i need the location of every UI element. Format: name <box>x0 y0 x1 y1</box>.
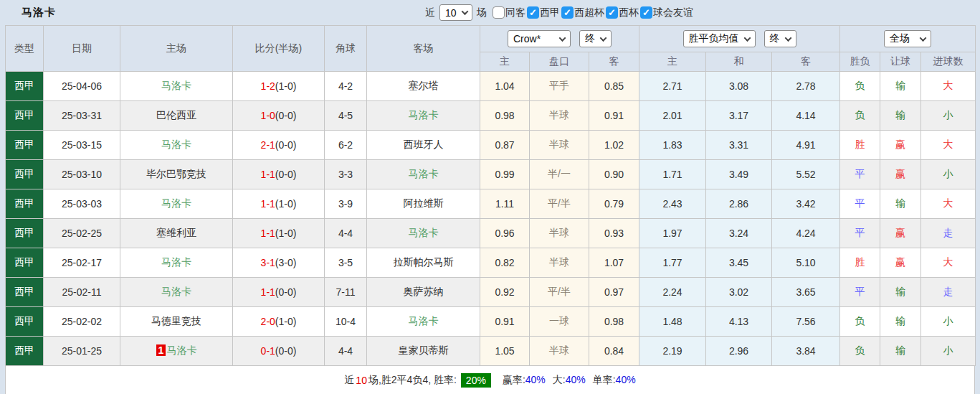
home-team-cell: 马德里竞技 <box>120 307 233 337</box>
summary-footer: 近10场,胜2平4负4, 胜率: 20% 赢率:40%大:40%单率:40% <box>5 366 975 394</box>
avg-draw-odds: 3.08 <box>706 72 772 101</box>
home-team-cell: 塞维利亚 <box>120 219 233 248</box>
rank-badge: 1 <box>156 344 166 356</box>
date-cell: 25-02-11 <box>44 278 120 307</box>
result-cell: 负 <box>840 337 880 366</box>
checkbox-checked-icon[interactable]: ✓ <box>561 6 574 19</box>
handicap-home-odds: 1.11 <box>480 189 530 219</box>
away-team-name: 阿拉维斯 <box>404 197 444 209</box>
handicap-line: 平/半 <box>530 189 589 219</box>
avg-home-odds: 2.19 <box>639 337 706 366</box>
away-team-name: 马洛卡 <box>409 109 439 121</box>
date-cell: 25-03-03 <box>44 189 120 219</box>
sub-header-avg-home: 主 <box>639 52 706 72</box>
match-row: 西甲25-04-06马洛卡1-2(1-0)4-2塞尔塔1.04平手0.852.7… <box>6 72 976 101</box>
over-rate: 大:40% <box>553 374 586 387</box>
league-cell: 西甲 <box>6 337 44 366</box>
fulltime-score: 2-1 <box>261 139 275 151</box>
score-cell: 1-1(0-0) <box>233 278 325 307</box>
handicap-line: 半球 <box>530 101 589 131</box>
league-cell: 西甲 <box>6 219 44 248</box>
col-header-type: 类型 <box>6 26 44 72</box>
scope-select[interactable]: 全场 <box>884 30 931 47</box>
handicap-home-odds: 0.87 <box>480 131 530 160</box>
footer-recent-label: 近 <box>344 374 354 387</box>
fulltime-score: 1-0 <box>261 110 275 121</box>
avg-type-select[interactable]: 胜平负均值 <box>683 30 756 47</box>
goals-result-cell: 大 <box>921 131 976 160</box>
handicap-away-odds: 0.84 <box>589 337 639 366</box>
league-cell: 西甲 <box>6 248 44 278</box>
halftime-score: (3-0) <box>275 257 297 268</box>
home-team-name: 马洛卡 <box>161 197 191 209</box>
checkbox-checked-icon[interactable]: ✓ <box>527 6 539 19</box>
handicap-home-odds: 1.04 <box>480 72 530 101</box>
match-row: 西甲25-03-31巴伦西亚1-0(0-0)4-5马洛卡0.98半球0.912.… <box>6 101 976 131</box>
corners-cell: 4-4 <box>325 337 367 366</box>
checkbox-checked-icon[interactable]: ✓ <box>640 6 652 19</box>
away-team-cell: 皇家贝蒂斯 <box>367 337 480 366</box>
handicap-away-odds: 0.90 <box>589 160 639 189</box>
avg-away-odds: 3.42 <box>772 189 840 219</box>
scope-dropdown-cell: 全场 <box>840 26 976 52</box>
fulltime-score: 1-1 <box>261 228 275 239</box>
avg-draw-odds: 3.31 <box>706 131 772 160</box>
goals-result-cell: 走 <box>921 219 976 248</box>
handicap-away-odds: 0.97 <box>589 278 639 307</box>
handicap-home-odds: 0.92 <box>480 278 530 307</box>
result-cell: 平 <box>840 278 880 307</box>
halftime-score: (1-0) <box>275 228 297 239</box>
home-team-cell: 马洛卡 <box>120 131 233 160</box>
handicap-dropdown-cell: Crow* 终 <box>480 26 639 52</box>
recent-games-select[interactable]: 10 <box>439 4 472 21</box>
score-cell: 3-1(3-0) <box>233 248 325 278</box>
away-team-cell: 西班牙人 <box>367 131 480 160</box>
goals-result-cell: 小 <box>921 337 976 366</box>
avg-type-value: 胜平负均值 <box>689 32 739 45</box>
handicap-result-cell: 输 <box>880 189 921 219</box>
avg-draw-odds: 3.02 <box>706 278 772 307</box>
corners-cell: 4-5 <box>325 101 367 131</box>
avg-away-odds: 7.56 <box>772 307 840 337</box>
checkbox-checked-icon[interactable]: ✓ <box>606 6 618 19</box>
avg-draw-odds: 2.96 <box>706 337 772 366</box>
halftime-score: (0-0) <box>275 286 297 298</box>
filter-league-4: ✓球会友谊 <box>640 6 693 19</box>
bookmaker-time-select[interactable]: 终 <box>579 30 612 47</box>
away-team-name: 马洛卡 <box>409 227 439 238</box>
home-team-name: 马德里竞技 <box>151 315 201 327</box>
home-team-cell: 马洛卡 <box>120 278 233 307</box>
stat-label: 单率: <box>593 374 616 385</box>
avg-away-odds: 5.52 <box>772 160 840 189</box>
checkbox-unchecked-icon[interactable] <box>493 6 505 19</box>
corners-cell: 3-5 <box>325 248 367 278</box>
handicap-result-cell: 赢 <box>880 248 921 278</box>
handicap-result-cell: 赢 <box>880 160 921 189</box>
avg-home-odds: 1.83 <box>639 131 706 160</box>
goals-result-cell: 大 <box>921 72 976 101</box>
league-cell: 西甲 <box>6 307 44 337</box>
away-team-cell: 拉斯帕尔马斯 <box>367 248 480 278</box>
score-cell: 1-1(0-0) <box>233 160 325 189</box>
league-cell: 西甲 <box>6 278 44 307</box>
halftime-score: (0-0) <box>275 110 297 121</box>
score-cell: 1-2(1-0) <box>233 72 325 101</box>
stat-value: 40% <box>566 374 586 385</box>
league-cell: 西甲 <box>6 72 44 101</box>
handicap-line: 半球 <box>530 248 589 278</box>
handicap-away-odds: 0.85 <box>589 72 639 101</box>
away-team-name: 西班牙人 <box>404 139 444 150</box>
sub-header-handicap-result: 让球 <box>880 52 921 72</box>
handicap-line: 一球 <box>530 307 589 337</box>
bookmaker-select[interactable]: Crow* <box>508 30 571 47</box>
avg-home-odds: 2.43 <box>639 189 706 219</box>
date-cell: 25-03-15 <box>44 131 120 160</box>
away-team-name: 拉斯帕尔马斯 <box>394 256 454 268</box>
avg-time-select[interactable]: 终 <box>764 30 796 47</box>
avg-away-odds: 3.65 <box>772 278 840 307</box>
bookmaker-value: Crow* <box>513 33 541 44</box>
filter-label: 西杯 <box>619 6 639 19</box>
sub-header-handicap-home: 主 <box>480 52 530 72</box>
chevron-down-icon <box>784 34 791 42</box>
halftime-score: (1-0) <box>275 198 297 210</box>
